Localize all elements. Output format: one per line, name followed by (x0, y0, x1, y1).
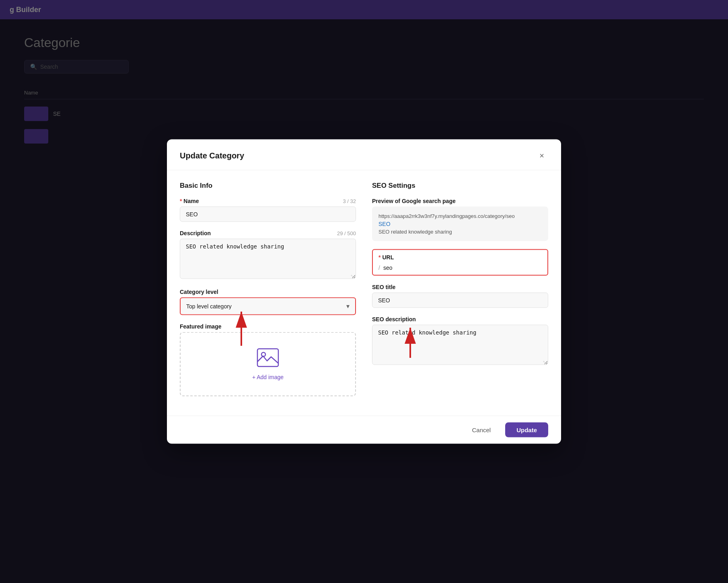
modal-body: Basic Info Name 3 / 32 Description 29 / … (167, 170, 561, 416)
featured-image-label-row: Featured image (180, 323, 356, 330)
update-button[interactable]: Update (505, 423, 548, 437)
name-input[interactable] (180, 207, 356, 222)
preview-label: Preview of Google search page (372, 198, 456, 204)
url-field-wrapper: * URL / (372, 249, 548, 276)
add-image-label: + Add image (252, 374, 284, 380)
seo-preview-desc: SEO related knowledge sharing (378, 229, 542, 235)
description-label: Description (180, 230, 211, 236)
category-level-field-group: Category level Top level category Sub ca… (180, 289, 356, 315)
description-textarea[interactable] (180, 239, 356, 279)
preview-label-row: Preview of Google search page (372, 198, 548, 204)
seo-description-label-row: SEO description (372, 316, 548, 322)
left-column: Basic Info Name 3 / 32 Description 29 / … (180, 182, 356, 404)
name-field-label-row: Name 3 / 32 (180, 198, 356, 204)
seo-preview-url: https://aaapa2rrk3w3nf7y.mylandingpages.… (378, 213, 542, 219)
seo-description-textarea[interactable] (372, 325, 548, 365)
resize-handle: ⤡ (350, 273, 354, 279)
seo-settings-title: SEO Settings (372, 182, 548, 190)
name-label: Name (180, 198, 199, 204)
seo-description-textarea-wrapper: ⤡ (372, 325, 548, 367)
url-slash: / (378, 265, 380, 271)
modal-footer: Cancel Update (167, 416, 561, 444)
featured-image-upload-area[interactable]: + Add image (180, 332, 356, 396)
seo-title-field-group: SEO title (372, 284, 548, 308)
description-field-group: Description 29 / 500 ⤡ (180, 230, 356, 281)
url-input-row: / (373, 262, 547, 275)
category-level-label-row: Category level (180, 289, 356, 295)
name-counter: 3 / 32 (343, 198, 356, 204)
url-required-marker: * (378, 254, 380, 261)
featured-image-label: Featured image (180, 323, 221, 330)
seo-title-label-row: SEO title (372, 284, 548, 290)
image-placeholder-icon (257, 348, 279, 369)
url-label: URL (382, 254, 394, 261)
seo-description-field-group: SEO description ⤡ (372, 316, 548, 367)
google-preview-group: Preview of Google search page https://aa… (372, 198, 548, 241)
url-input[interactable] (383, 265, 542, 271)
modal-title: Update Category (180, 151, 244, 160)
description-counter: 29 / 500 (337, 230, 356, 236)
right-column: SEO Settings Preview of Google search pa… (372, 182, 548, 404)
seo-preview-box: https://aaapa2rrk3w3nf7y.mylandingpages.… (372, 207, 548, 241)
seo-description-label: SEO description (372, 316, 416, 322)
name-field-group: Name 3 / 32 (180, 198, 356, 222)
seo-preview-title: SEO (378, 221, 542, 227)
basic-info-title: Basic Info (180, 182, 356, 190)
featured-image-field-group: Featured image + Add image (180, 323, 356, 396)
category-level-select[interactable]: Top level category Sub category (181, 298, 355, 314)
description-textarea-wrapper: ⤡ (180, 239, 356, 281)
category-level-select-wrapper: Top level category Sub category ▾ (180, 298, 356, 315)
description-field-label-row: Description 29 / 500 (180, 230, 356, 236)
cancel-button[interactable]: Cancel (462, 423, 500, 437)
seo-title-label: SEO title (372, 284, 395, 290)
modal-header: Update Category × (167, 140, 561, 170)
svg-rect-0 (257, 349, 278, 367)
resize-handle-2: ⤡ (543, 359, 547, 365)
url-field-label: * URL (373, 250, 547, 262)
update-category-modal: Update Category × Basic Info Name 3 / 32… (167, 140, 561, 444)
seo-title-input[interactable] (372, 293, 548, 308)
category-level-label: Category level (180, 289, 218, 295)
close-button[interactable]: × (535, 149, 548, 162)
